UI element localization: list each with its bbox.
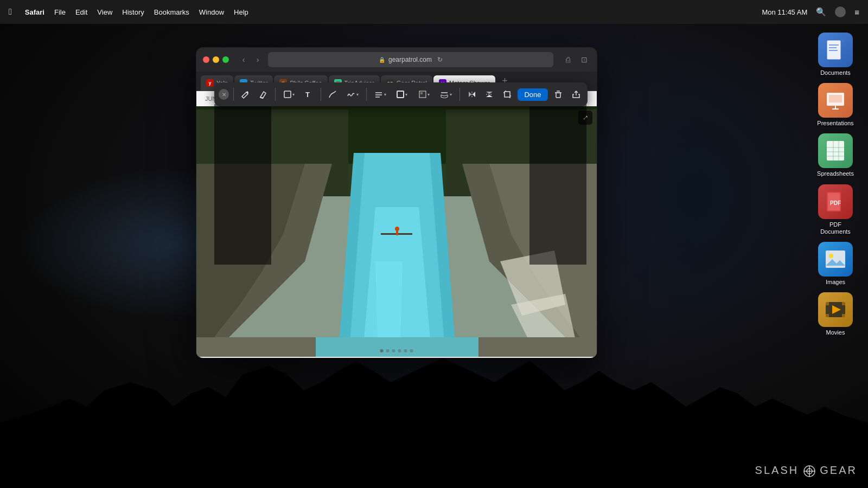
- svg-rect-10: [827, 141, 844, 160]
- sig-arrow: ▾: [356, 92, 359, 97]
- search-icon[interactable]: 🔍: [816, 7, 826, 17]
- svg-rect-53: [397, 91, 404, 98]
- documents-label: Documents: [820, 69, 851, 76]
- svg-rect-60: [505, 92, 510, 97]
- toolbar-separator-4: [366, 88, 367, 101]
- flip-h-tool[interactable]: [464, 87, 479, 102]
- menu-window[interactable]: Window: [199, 8, 224, 16]
- svg-rect-5: [842, 40, 844, 42]
- apple-logo-icon[interactable]: : [9, 7, 12, 17]
- svg-rect-55: [420, 92, 423, 94]
- expand-button[interactable]: ⤢: [578, 111, 592, 125]
- shapes-arrow: ▾: [292, 92, 295, 97]
- list-arrow: ▾: [384, 92, 386, 97]
- safari-titlebar: ‹ › 🔒 gearpatrol.com ↻ ⎙ ⊡: [196, 48, 597, 72]
- url-text: gearpatrol.com: [388, 56, 432, 63]
- done-button[interactable]: Done: [518, 88, 547, 101]
- markup-close-button[interactable]: ✕: [219, 89, 229, 100]
- safari-actions: ⎙ ⊡: [562, 54, 590, 66]
- text-tool[interactable]: T: [302, 87, 316, 102]
- dot-3[interactable]: [392, 349, 395, 352]
- images-icon: [818, 242, 853, 277]
- minimize-button[interactable]: [213, 56, 219, 63]
- svg-text:T: T: [305, 91, 310, 99]
- shapes-tool[interactable]: ▾: [280, 87, 298, 102]
- presentations-icon: [818, 83, 853, 118]
- svg-text:PDF: PDF: [830, 200, 841, 206]
- toolbar-separator-1: [233, 88, 234, 101]
- documents-icon: [818, 33, 853, 67]
- control-center-icon[interactable]: ≡: [854, 8, 859, 17]
- menu-bar:  Safari File Edit View History Bookmark…: [0, 0, 868, 24]
- pagination-dots: [380, 349, 413, 352]
- list-style-tool[interactable]: ▾: [371, 87, 390, 102]
- movies-icon: [818, 292, 853, 327]
- svg-rect-48: [284, 91, 291, 98]
- delete-tool[interactable]: [551, 87, 566, 102]
- color-arrow: ▾: [427, 92, 430, 97]
- url-bar[interactable]: 🔒 gearpatrol.com ↻: [268, 52, 553, 67]
- menu-file[interactable]: File: [54, 8, 66, 16]
- signature-tool[interactable]: ▾: [343, 87, 361, 102]
- menu-history[interactable]: History: [122, 8, 144, 16]
- desktop-icons-panel: Documents Presentations Spreadsheets: [814, 33, 857, 336]
- share-button[interactable]: ⎙: [562, 54, 574, 66]
- watermark-text: SLASH GEAR: [755, 464, 857, 477]
- nav-buttons: ‹ ›: [238, 54, 264, 66]
- maximize-button[interactable]: [222, 56, 229, 63]
- desktop-icon-documents[interactable]: Documents: [814, 33, 857, 76]
- menu-safari[interactable]: Safari: [25, 8, 44, 16]
- close-button[interactable]: [203, 56, 209, 63]
- desktop-icon-presentations[interactable]: Presentations: [814, 83, 857, 127]
- sketch-tool[interactable]: [326, 87, 340, 102]
- svg-rect-26: [826, 314, 829, 317]
- dot-4[interactable]: [398, 349, 401, 352]
- spreadsheets-label: Spreadsheets: [817, 170, 854, 177]
- forward-button[interactable]: ›: [252, 54, 264, 66]
- svg-rect-27: [842, 314, 845, 317]
- page-content: JUNE 29, 2017 HOME By JACK SEEMER: [196, 91, 597, 358]
- flip-v-tool[interactable]: [482, 87, 497, 102]
- svg-rect-7: [829, 95, 842, 102]
- presentations-label: Presentations: [817, 120, 853, 127]
- menu-bookmarks[interactable]: Bookmarks: [154, 8, 189, 16]
- menubar-right: Mon 11:45 AM 🔍 ≡: [762, 7, 859, 17]
- dot-5[interactable]: [404, 349, 407, 352]
- highlighter-tool[interactable]: [256, 87, 271, 102]
- canyon-image-svg: [196, 106, 597, 357]
- svg-rect-46: [316, 337, 478, 357]
- markup-toolbar: ✕ ▾ T ▾ ▾ ▾ ▾ ▾: [214, 82, 588, 106]
- reload-icon[interactable]: ↻: [437, 56, 443, 63]
- desktop-icon-spreadsheets[interactable]: Spreadsheets: [814, 133, 857, 177]
- menu-edit[interactable]: Edit: [75, 8, 87, 16]
- desktop-icon-pdf[interactable]: PDF PDF Documents: [814, 184, 857, 235]
- pen-tool[interactable]: [238, 87, 253, 102]
- clock-display: Mon 11:45 AM: [762, 8, 807, 16]
- desktop-icon-images[interactable]: Images: [814, 242, 857, 286]
- pdf-icon: PDF: [818, 184, 853, 219]
- sidebar-button[interactable]: ⊡: [578, 54, 590, 66]
- dot-6[interactable]: [410, 349, 413, 352]
- opacity-tool[interactable]: ▾: [437, 87, 455, 102]
- watermark: SLASH GEAR: [755, 464, 857, 477]
- movies-label: Movies: [826, 329, 845, 336]
- back-button[interactable]: ‹: [238, 54, 250, 66]
- dot-1[interactable]: [380, 349, 384, 352]
- crop-tool[interactable]: [500, 87, 515, 102]
- border-tool[interactable]: ▾: [393, 87, 411, 102]
- desktop-icon-movies[interactable]: Movies: [814, 292, 857, 336]
- dot-2[interactable]: [386, 349, 390, 352]
- color-tool[interactable]: ▾: [414, 87, 433, 102]
- svg-rect-24: [826, 302, 829, 305]
- border-arrow: ▾: [405, 92, 407, 97]
- share-tool[interactable]: [569, 87, 583, 102]
- menu-help[interactable]: Help: [234, 8, 248, 16]
- menu-view[interactable]: View: [97, 8, 112, 16]
- svg-point-42: [395, 227, 399, 231]
- toolbar-separator-2: [275, 88, 276, 101]
- user-icon[interactable]: [835, 7, 846, 17]
- svg-rect-25: [842, 302, 845, 305]
- svg-rect-43: [396, 231, 398, 235]
- images-label: Images: [826, 279, 845, 286]
- svg-point-20: [829, 254, 833, 258]
